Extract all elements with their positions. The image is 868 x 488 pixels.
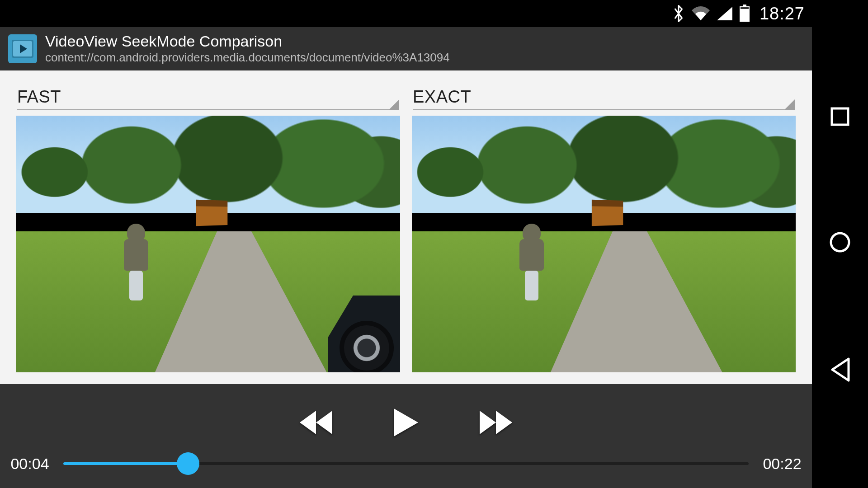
app-toolbar: VideoView SeekMode Comparison content://… [0, 27, 812, 70]
transport-buttons [7, 398, 805, 447]
svg-rect-0 [743, 5, 746, 6]
video-view-left[interactable] [16, 116, 400, 372]
chevron-down-icon [389, 99, 399, 109]
content-area: FAST [0, 70, 812, 384]
app-title: VideoView SeekMode Comparison [45, 33, 450, 50]
panel-fast: FAST [16, 82, 400, 372]
rewind-button[interactable] [296, 407, 336, 438]
device-frame: 18:27 VideoView SeekMode Comparison cont… [0, 0, 868, 488]
svg-rect-5 [832, 108, 848, 125]
wifi-icon [691, 6, 711, 21]
app-subtitle: content://com.android.providers.media.do… [45, 50, 450, 65]
media-controller: 00:04 00:22 [0, 384, 812, 488]
back-button[interactable] [820, 348, 860, 391]
fast-forward-button[interactable] [476, 407, 516, 438]
seek-thumb[interactable] [177, 452, 199, 475]
elapsed-time: 00:04 [7, 455, 52, 473]
seek-row: 00:04 00:22 [7, 451, 805, 476]
chevron-down-icon [785, 99, 795, 109]
duration-time: 00:22 [760, 455, 805, 473]
comparison-panels: FAST [16, 82, 796, 372]
cell-signal-icon [716, 6, 733, 21]
status-bar: 18:27 [0, 0, 812, 27]
seekmode-label-left: FAST [17, 87, 61, 107]
svg-rect-2 [741, 7, 749, 9]
video-frame-scene [412, 116, 796, 372]
home-button[interactable] [819, 221, 861, 263]
video-view-right[interactable] [412, 116, 796, 372]
screen: 18:27 VideoView SeekMode Comparison cont… [0, 0, 812, 488]
seekmode-spinner-right[interactable]: EXACT [413, 85, 795, 110]
video-frame-scene [16, 116, 400, 372]
status-time: 18:27 [760, 4, 805, 23]
seek-progress [63, 462, 188, 465]
seekmode-label-right: EXACT [413, 87, 471, 107]
play-button[interactable] [390, 405, 422, 440]
seekmode-spinner-left[interactable]: FAST [17, 85, 399, 110]
svg-point-6 [831, 233, 849, 251]
app-icon [8, 34, 37, 63]
app-titles: VideoView SeekMode Comparison content://… [45, 33, 450, 65]
recent-apps-button[interactable] [820, 97, 860, 136]
bluetooth-icon [672, 5, 685, 23]
system-nav-bar [812, 0, 868, 488]
battery-icon [739, 5, 750, 23]
panel-exact: EXACT [412, 82, 796, 372]
seek-bar[interactable] [63, 451, 749, 476]
